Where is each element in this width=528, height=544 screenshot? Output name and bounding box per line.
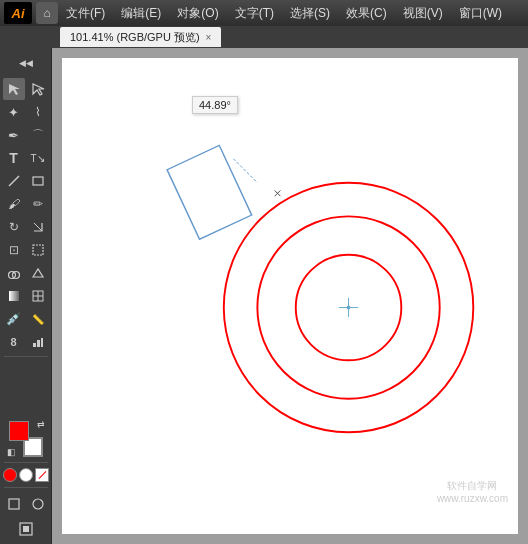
svg-rect-16 xyxy=(167,145,252,239)
svg-rect-2 xyxy=(33,245,43,255)
swap-colors-button[interactable]: ⇄ xyxy=(37,419,45,429)
ai-logo: Ai xyxy=(4,2,32,24)
fill-color-box[interactable] xyxy=(9,421,29,441)
menu-select[interactable]: 选择(S) xyxy=(286,3,334,24)
svg-line-0 xyxy=(9,176,19,186)
draw-mode-inside-button[interactable] xyxy=(27,493,49,515)
svg-rect-5 xyxy=(9,291,19,301)
tool-row-12: 8 xyxy=(2,331,49,353)
toolbar-divider-2 xyxy=(4,462,48,463)
active-tab[interactable]: 101.41% (RGB/GPU 预览) × xyxy=(60,27,221,47)
menu-object[interactable]: 对象(O) xyxy=(173,3,222,24)
svg-rect-10 xyxy=(37,340,40,347)
paintbrush-tool-button[interactable]: 🖌 xyxy=(3,193,25,215)
red-color-chip[interactable] xyxy=(3,468,17,482)
draw-mode-normal-button[interactable] xyxy=(3,493,25,515)
angle-value: 44.89° xyxy=(199,99,231,111)
main-layout: ◀◀ ✦ ⌇ ✒ ⌒ T T↘ xyxy=(0,48,528,544)
toolbar-divider-1 xyxy=(4,356,48,357)
blend-tool-button[interactable]: 8 xyxy=(3,331,25,353)
fill-stroke-area[interactable]: ◧ ⇄ xyxy=(7,419,45,457)
scale-tool-button[interactable] xyxy=(27,216,49,238)
svg-rect-9 xyxy=(33,343,36,347)
touch-type-tool-button[interactable]: T↘ xyxy=(27,147,49,169)
warp-tool-button[interactable]: ⊡ xyxy=(3,239,25,261)
drawing-svg xyxy=(62,58,518,534)
change-screen-mode-button[interactable] xyxy=(15,518,37,540)
canvas-area[interactable]: 44.89° 软件自学网 www.ruzxw.com xyxy=(52,48,528,544)
tool-row-5 xyxy=(2,170,49,192)
menu-window[interactable]: 窗口(W) xyxy=(455,3,506,24)
tool-row-bottom xyxy=(3,493,49,515)
tool-row-screen xyxy=(3,518,49,540)
title-bar: Ai ⌂ 文件(F) 编辑(E) 对象(O) 文字(T) 选择(S) 效果(C)… xyxy=(0,0,528,26)
svg-point-13 xyxy=(33,499,43,509)
tab-close-button[interactable]: × xyxy=(206,32,212,43)
magic-wand-tool-button[interactable]: ✦ xyxy=(3,101,25,123)
tab-bar: 101.41% (RGB/GPU 预览) × xyxy=(0,26,528,48)
angle-tooltip: 44.89° xyxy=(192,96,238,114)
none-color-chip[interactable] xyxy=(35,468,49,482)
tool-row-8: ⊡ xyxy=(2,239,49,261)
tool-row-11: 💉 📏 xyxy=(2,308,49,330)
svg-rect-1 xyxy=(33,177,43,185)
toolbar-top-arrows: ◀◀ xyxy=(15,52,37,74)
rectangle-tool-button[interactable] xyxy=(27,170,49,192)
svg-rect-11 xyxy=(41,338,43,347)
reset-colors-button[interactable]: ◧ xyxy=(7,448,16,457)
toolbar-divider-3 xyxy=(4,487,48,488)
shape-builder-tool-button[interactable] xyxy=(3,262,25,284)
free-transform-tool-button[interactable] xyxy=(27,239,49,261)
home-button[interactable]: ⌂ xyxy=(36,2,58,24)
rotate-tool-button[interactable]: ↻ xyxy=(3,216,25,238)
menu-type[interactable]: 文字(T) xyxy=(231,3,278,24)
collapse-left-button[interactable]: ◀◀ xyxy=(15,52,37,74)
lasso-tool-button[interactable]: ⌇ xyxy=(27,101,49,123)
tool-row-3: ✒ ⌒ xyxy=(2,124,49,146)
left-toolbar: ◀◀ ✦ ⌇ ✒ ⌒ T T↘ xyxy=(0,48,52,544)
type-tool-button[interactable]: T xyxy=(3,147,25,169)
menu-bar: 文件(F) 编辑(E) 对象(O) 文字(T) 选择(S) 效果(C) 视图(V… xyxy=(62,3,524,24)
pencil-tool-button[interactable]: ✏ xyxy=(27,193,49,215)
svg-point-23 xyxy=(347,306,351,310)
selection-tool-button[interactable] xyxy=(3,78,25,100)
direct-selection-tool-button[interactable] xyxy=(27,78,49,100)
tool-row-6: 🖌 ✏ xyxy=(2,193,49,215)
perspective-tool-button[interactable] xyxy=(27,262,49,284)
white-color-chip[interactable] xyxy=(19,468,33,482)
svg-rect-12 xyxy=(9,499,19,509)
color-section: ◧ ⇄ xyxy=(3,419,49,540)
menu-view[interactable]: 视图(V) xyxy=(399,3,447,24)
line-tool-button[interactable] xyxy=(3,170,25,192)
eyedropper-tool-button[interactable]: 💉 xyxy=(3,308,25,330)
menu-file[interactable]: 文件(F) xyxy=(62,3,109,24)
mesh-tool-button[interactable] xyxy=(27,285,49,307)
tool-row-4: T T↘ xyxy=(2,147,49,169)
bottom-color-row xyxy=(3,468,49,482)
svg-line-17 xyxy=(233,159,257,183)
menu-edit[interactable]: 编辑(E) xyxy=(117,3,165,24)
gradient-tool-button[interactable] xyxy=(3,285,25,307)
menu-effect[interactable]: 效果(C) xyxy=(342,3,391,24)
chart-tool-button[interactable] xyxy=(27,331,49,353)
tool-row-7: ↻ xyxy=(2,216,49,238)
tab-label: 101.41% (RGB/GPU 预览) xyxy=(70,30,200,45)
canvas[interactable]: 44.89° 软件自学网 www.ruzxw.com xyxy=(62,58,518,534)
tool-row-1 xyxy=(2,78,49,100)
tool-row-9 xyxy=(2,262,49,284)
tool-row-2: ✦ ⌇ xyxy=(2,101,49,123)
pen-tool-button[interactable]: ✒ xyxy=(3,124,25,146)
measure-tool-button[interactable]: 📏 xyxy=(27,308,49,330)
svg-rect-15 xyxy=(23,526,29,532)
tool-row-10 xyxy=(2,285,49,307)
curvature-tool-button[interactable]: ⌒ xyxy=(27,124,49,146)
